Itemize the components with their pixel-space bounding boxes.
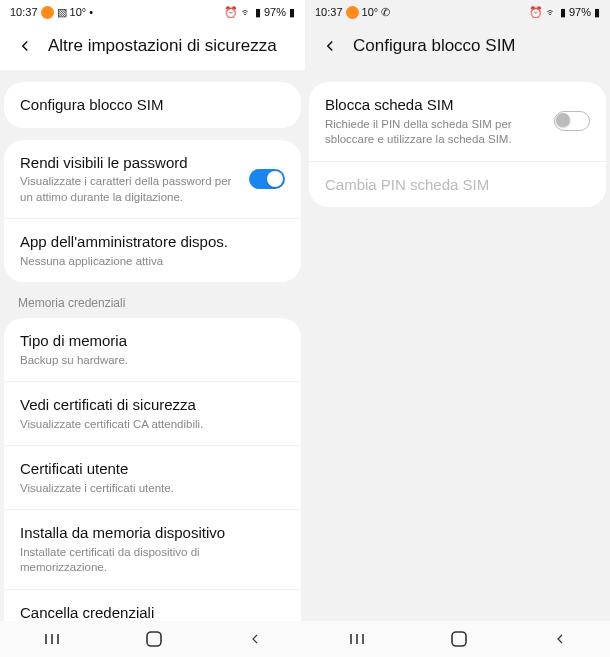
row-clear-credentials[interactable]: Cancella credenziali Rimuove tutti i cer…: [4, 589, 301, 621]
nav-bar: [305, 621, 610, 657]
row-show-passwords[interactable]: Rendi visibili le password Visualizzate …: [4, 140, 301, 219]
page-header: Configura blocco SIM: [305, 24, 610, 70]
row-lock-sim[interactable]: Blocca scheda SIM Richiede il PIN della …: [309, 82, 606, 161]
page-title: Configura blocco SIM: [353, 36, 516, 56]
back-icon[interactable]: [321, 37, 339, 55]
group-credential-storage: Memoria credenziali: [0, 282, 305, 318]
recents-button[interactable]: [42, 632, 62, 646]
status-time: 10:37: [10, 6, 38, 18]
page-header: Altre impostazioni di sicurezza: [0, 24, 305, 70]
back-button[interactable]: [247, 631, 263, 647]
settings-scroll[interactable]: Configura blocco SIM Rendi visibili le p…: [0, 70, 305, 621]
notification-dot-icon: [41, 6, 54, 19]
status-bar: 10:37 ▧ 10° • ⏰ ᯤ ▮ 97% ▮: [0, 0, 305, 24]
phone-left: 10:37 ▧ 10° • ⏰ ᯤ ▮ 97% ▮ Altre impostaz…: [0, 0, 305, 657]
row-device-admin-apps[interactable]: App dell'amministratore dispos. Nessuna …: [4, 218, 301, 282]
image-icon: ▧: [57, 6, 67, 19]
notification-dot-icon: [346, 6, 359, 19]
phone-right: 10:37 10° ✆ ⏰ ᯤ ▮ 97% ▮ Configura blocco…: [305, 0, 610, 657]
svg-rect-0: [147, 632, 161, 646]
recents-button[interactable]: [347, 632, 367, 646]
row-install-from-storage[interactable]: Installa da memoria dispositivo Installa…: [4, 509, 301, 589]
status-time: 10:37: [315, 6, 343, 18]
row-user-certs[interactable]: Certificati utente Visualizzate i certif…: [4, 445, 301, 509]
toggle-show-passwords[interactable]: [249, 169, 285, 189]
home-button[interactable]: [450, 630, 468, 648]
page-title: Altre impostazioni di sicurezza: [48, 36, 277, 56]
more-icon: •: [89, 6, 93, 18]
wifi-icon: ᯤ: [546, 6, 557, 18]
nav-bar: [0, 621, 305, 657]
home-button[interactable]: [145, 630, 163, 648]
status-battery: 97%: [264, 6, 286, 18]
toggle-lock-sim[interactable]: [554, 111, 590, 131]
signal-icon: ▮: [255, 6, 261, 19]
status-temp: 10°: [362, 6, 379, 18]
back-icon[interactable]: [16, 37, 34, 55]
status-temp: 10°: [70, 6, 87, 18]
signal-icon: ▮: [560, 6, 566, 19]
row-configure-sim-lock[interactable]: Configura blocco SIM: [4, 82, 301, 128]
svg-rect-1: [452, 632, 466, 646]
back-button[interactable]: [552, 631, 568, 647]
whatsapp-icon: ✆: [381, 6, 390, 19]
alarm-icon: ⏰: [224, 6, 238, 19]
status-battery: 97%: [569, 6, 591, 18]
battery-icon: ▮: [289, 6, 295, 19]
alarm-icon: ⏰: [529, 6, 543, 19]
status-bar: 10:37 10° ✆ ⏰ ᯤ ▮ 97% ▮: [305, 0, 610, 24]
battery-icon: ▮: [594, 6, 600, 19]
row-view-security-certs[interactable]: Vedi certificati di sicurezza Visualizza…: [4, 381, 301, 445]
settings-scroll[interactable]: Blocca scheda SIM Richiede il PIN della …: [305, 70, 610, 621]
wifi-icon: ᯤ: [241, 6, 252, 18]
row-change-sim-pin: Cambia PIN scheda SIM: [309, 161, 606, 208]
row-storage-type[interactable]: Tipo di memoria Backup su hardware.: [4, 318, 301, 381]
